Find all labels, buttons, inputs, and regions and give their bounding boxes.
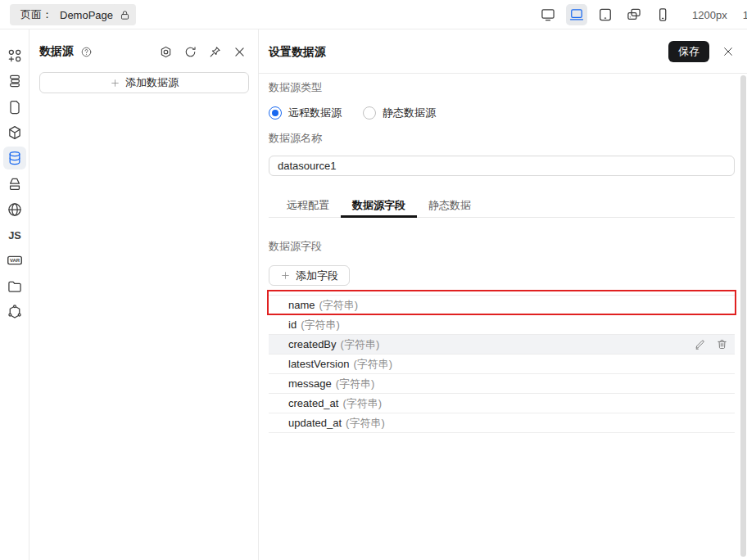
edit-field-icon[interactable] — [694, 338, 706, 350]
device-preview-group: 1200px 100% — [537, 4, 747, 25]
js-icon-text: JS — [8, 229, 21, 242]
field-type: (字符串) — [353, 357, 392, 372]
sidebar-item-i18n-globe[interactable] — [3, 198, 26, 221]
datasource-type-label: 数据源类型 — [269, 82, 322, 93]
field-row[interactable]: created_at(字符串) — [269, 394, 735, 413]
field-row[interactable]: name(字符串) — [269, 296, 735, 315]
canvas-zoom-control[interactable]: 100% — [743, 9, 747, 21]
radio-static — [363, 106, 376, 120]
plus-icon — [110, 78, 120, 88]
phone-preview-button[interactable] — [652, 4, 673, 25]
refresh-icon[interactable] — [183, 45, 197, 59]
panel-action-icons — [159, 45, 247, 59]
pin-icon[interactable] — [208, 45, 222, 59]
field-name: created_at — [288, 397, 338, 409]
field-name: latestVersion — [288, 358, 349, 370]
settings-panel-title: 设置数据源 — [269, 29, 326, 74]
radio-option-remote[interactable]: 远程数据源 — [269, 106, 342, 120]
add-datasource-label: 添加数据源 — [125, 75, 179, 90]
add-field-label: 添加字段 — [296, 269, 338, 283]
sidebar-item-resources-folder[interactable] — [3, 275, 26, 298]
tab-datasource-fields[interactable]: 数据源字段 — [341, 195, 417, 218]
datasource-panel-header: 数据源 — [29, 29, 258, 74]
vertical-scrollbar-thumb[interactable] — [740, 75, 746, 557]
close-settings-icon[interactable] — [722, 45, 735, 58]
field-name: message — [288, 377, 332, 390]
tablet-preview-button[interactable] — [595, 4, 616, 25]
add-datasource-button[interactable]: 添加数据源 — [39, 72, 249, 93]
field-row[interactable]: message(字符串) — [269, 374, 735, 394]
settings-icon[interactable] — [159, 45, 173, 59]
field-type: (字符串) — [336, 377, 375, 391]
rotate-device-button[interactable] — [623, 4, 645, 25]
page-label: 页面： — [20, 7, 52, 22]
datasource-settings-panel: 设置数据源 保存 数据源类型 远程数据源 静态数据源 数据源名称 远程配置 数据… — [259, 29, 747, 560]
field-row[interactable]: latestVersion(字符串) — [269, 355, 735, 374]
field-name: id — [288, 318, 297, 331]
datasource-type-radio-group: 远程数据源 静态数据源 — [269, 105, 436, 121]
fields-section-label: 数据源字段 — [269, 241, 322, 252]
tab-static-data[interactable]: 静态数据 — [417, 195, 482, 218]
tab-remote-config[interactable]: 远程配置 — [275, 195, 341, 218]
field-name: createdBy — [288, 338, 337, 350]
field-name: name — [288, 299, 315, 311]
field-type: (字符串) — [346, 416, 385, 431]
lock-page-button[interactable] — [113, 4, 136, 25]
datasource-name-label: 数据源名称 — [269, 133, 322, 144]
var-icon-text: VAR — [10, 258, 20, 263]
canvas-width-readout: 1200px — [692, 9, 727, 21]
delete-field-icon[interactable] — [716, 338, 728, 350]
settings-tabs: 远程配置 数据源字段 静态数据 — [269, 195, 735, 218]
field-row[interactable]: id(字符串) — [269, 315, 735, 335]
desktop-preview-button[interactable] — [537, 4, 559, 25]
field-row[interactable]: createdBy(字符串) — [269, 335, 735, 355]
field-type: (字符串) — [301, 318, 340, 332]
plus-icon — [280, 270, 291, 281]
sidebar-item-variables[interactable]: VAR — [3, 249, 26, 272]
help-icon[interactable] — [80, 46, 93, 58]
radio-remote — [269, 106, 282, 120]
left-icon-rail: JS VAR — [0, 29, 29, 560]
field-list: name(字符串)id(字符串)createdBy(字符串)latestVers… — [269, 295, 735, 433]
laptop-preview-button[interactable] — [566, 4, 587, 25]
row-actions — [694, 338, 735, 350]
radio-remote-label: 远程数据源 — [288, 106, 342, 120]
sidebar-item-datasource[interactable] — [3, 147, 26, 169]
page-name: DemoPage — [60, 9, 113, 21]
field-row[interactable]: updated_at(字符串) — [269, 413, 735, 433]
datasource-list-panel: 数据源 添加数据 — [29, 29, 259, 560]
sidebar-item-theme[interactable] — [3, 173, 26, 196]
settings-panel-header: 设置数据源 保存 — [259, 29, 747, 74]
datasource-panel-title: 数据源 — [39, 44, 74, 59]
top-toolbar: 页面： DemoPage 1200px 100 — [0, 0, 747, 29]
field-type: (字符串) — [342, 396, 382, 411]
field-type: (字符串) — [319, 298, 359, 313]
sidebar-item-pages[interactable] — [3, 96, 26, 119]
sidebar-item-outline-tree[interactable] — [3, 70, 26, 93]
datasource-name-input[interactable] — [269, 156, 735, 176]
sidebar-item-js[interactable]: JS — [3, 224, 26, 246]
sidebar-item-blocks[interactable] — [3, 121, 26, 144]
sidebar-item-components[interactable] — [3, 44, 26, 67]
page-selector-chip[interactable]: 页面： DemoPage — [10, 4, 124, 25]
field-name: updated_at — [288, 417, 342, 429]
field-type: (字符串) — [341, 337, 380, 352]
add-field-button[interactable]: 添加字段 — [269, 265, 350, 286]
close-panel-icon[interactable] — [233, 45, 247, 59]
save-button[interactable]: 保存 — [668, 41, 709, 62]
sidebar-item-plugins[interactable] — [3, 300, 26, 323]
radio-static-label: 静态数据源 — [383, 106, 436, 120]
radio-option-static[interactable]: 静态数据源 — [363, 106, 436, 120]
app-window: 页面： DemoPage 1200px 100 — [0, 0, 747, 560]
lock-icon — [119, 9, 131, 21]
